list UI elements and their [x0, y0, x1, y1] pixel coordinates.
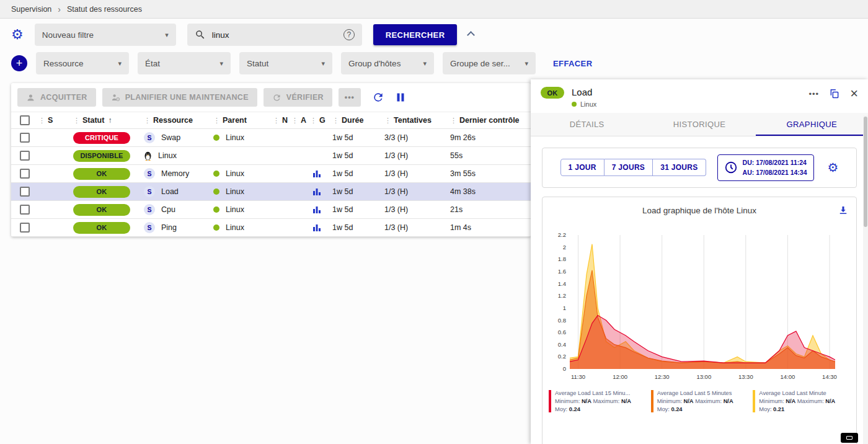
graph-icon[interactable]	[312, 205, 321, 214]
resource-cell[interactable]: S Memory	[144, 168, 213, 179]
col-notes[interactable]: ⋮N	[273, 116, 291, 125]
col-duration[interactable]: ⋮Durée	[332, 116, 384, 125]
service-type-chip: S	[144, 168, 155, 179]
drag-handle-icon[interactable]: ⋮	[310, 117, 317, 125]
period-selector[interactable]: DU: 17/08/2021 11:24 AU: 17/08/2021 14:3…	[717, 154, 814, 181]
resource-cell[interactable]: S Cpu	[144, 204, 213, 215]
drag-handle-icon[interactable]: ⋮	[273, 117, 280, 125]
svg-text:1.6: 1.6	[558, 267, 566, 274]
parent-cell[interactable]: Linux	[213, 223, 273, 232]
tab-historique[interactable]: HISTORIQUE	[643, 113, 755, 136]
more-actions-button[interactable]: •••	[339, 88, 361, 107]
table-row[interactable]: OK S Ping Linux 1w 5d 1/3 (H) 1m 4s	[11, 219, 531, 237]
status-cell: OK	[73, 204, 144, 216]
resource-cell[interactable]: S Ping	[144, 222, 213, 233]
graph-icon[interactable]	[312, 169, 321, 178]
download-icon[interactable]	[838, 205, 849, 218]
parent-cell[interactable]: Linux	[213, 205, 273, 214]
acknowledge-button[interactable]: ACQUITTER	[17, 88, 96, 107]
drag-handle-icon[interactable]: ⋮	[291, 117, 298, 125]
refresh-button[interactable]	[372, 91, 384, 104]
tab-d-tails[interactable]: DÉTAILS	[531, 113, 643, 136]
drag-handle-icon[interactable]: ⋮	[384, 117, 391, 125]
filter-settings-gear-icon[interactable]: ⚙	[11, 28, 24, 42]
col-status[interactable]: ⋮Statut↑	[73, 116, 144, 125]
row-checkbox[interactable]	[20, 223, 30, 233]
col-tries[interactable]: ⋮Tentatives	[384, 116, 450, 125]
col-parent[interactable]: ⋮Parent	[213, 116, 273, 125]
row-checkbox[interactable]	[20, 187, 30, 197]
chart-legend-item[interactable]: Average Load Last Minute Minimum: N/A Ma…	[753, 390, 850, 412]
col-graph-label: G	[319, 116, 326, 125]
table-row[interactable]: DISPONIBLE Linux 1w 5d 1/3 (H) 55s	[11, 147, 531, 165]
sort-ascending-icon[interactable]: ↑	[108, 116, 112, 125]
graph-settings-gear-icon[interactable]: ⚙	[828, 160, 839, 175]
table-row[interactable]: OK S Cpu Linux 1w 5d 1/3 (H) 21s	[11, 201, 531, 219]
panel-content: 1 JOUR7 JOURS31 JOURS DU: 17/08/2021 11:…	[531, 136, 868, 444]
set-downtime-button[interactable]: PLANIFIER UNE MAINTENANCE	[102, 88, 257, 107]
criteria-dropdown-statut[interactable]: Statut ▾	[239, 52, 332, 74]
resource-cell[interactable]: S Swap	[144, 132, 213, 143]
resource-name: Swap	[161, 133, 180, 142]
parent-cell[interactable]: Linux	[213, 169, 273, 178]
check-button[interactable]: VÉRIFIER	[264, 88, 332, 107]
graph-icon[interactable]	[312, 187, 321, 196]
graph-icon[interactable]	[312, 223, 321, 232]
criteria-dropdown-groupe-de-ser[interactable]: Groupe de ser... ▾	[443, 52, 536, 74]
chart-legend-item[interactable]: Average Load Last 15 Minu... Minimum: N/…	[549, 390, 646, 412]
col-last-check[interactable]: ⋮Dernier contrôle	[450, 116, 531, 125]
time-range-button-7-jours[interactable]: 7 JOURS	[604, 159, 653, 176]
parent-cell[interactable]: Linux	[213, 187, 273, 196]
row-checkbox[interactable]	[20, 205, 30, 215]
search-box[interactable]: ?	[187, 24, 362, 46]
col-resource[interactable]: ⋮Ressource	[144, 116, 213, 125]
panel-scrollbar[interactable]	[863, 115, 868, 444]
search-button[interactable]: RECHERCHER	[373, 24, 458, 45]
time-range-button-31-jours[interactable]: 31 JOURS	[653, 159, 706, 176]
row-checkbox[interactable]	[20, 169, 30, 179]
close-icon[interactable]: ×	[850, 87, 858, 100]
drag-handle-icon[interactable]: ⋮	[450, 117, 457, 125]
parent-cell[interactable]: Linux	[213, 133, 273, 142]
resource-cell[interactable]: S Load	[144, 186, 213, 197]
help-icon[interactable]: ?	[343, 29, 355, 40]
saved-filter-select[interactable]: Nouveau filtre ▾	[35, 24, 176, 46]
col-severity[interactable]: ⋮S	[38, 116, 73, 125]
parent-status-dot	[213, 171, 219, 177]
scrollbar-thumb[interactable]	[864, 117, 867, 227]
col-notes-label: N	[282, 116, 288, 125]
load-chart-svg[interactable]: 11:3012:0012:3013:0013:3014:0014:3000.20…	[549, 229, 841, 384]
pause-button[interactable]	[396, 92, 405, 102]
breadcrumb-item-supervision[interactable]: Supervision	[11, 5, 51, 14]
table-row[interactable]: OK S Load Linux 1w 5d 1/3 (H) 4m 38s	[11, 183, 531, 201]
drag-handle-icon[interactable]: ⋮	[144, 117, 151, 125]
copy-link-icon[interactable]	[829, 88, 840, 99]
search-input[interactable]	[212, 30, 337, 40]
drag-handle-icon[interactable]: ⋮	[332, 117, 339, 125]
row-checkbox[interactable]	[20, 151, 30, 161]
col-action[interactable]: ⋮A	[291, 116, 310, 125]
col-graph[interactable]: ⋮G	[310, 116, 332, 125]
criteria-dropdown-ressource[interactable]: Ressource ▾	[36, 52, 129, 74]
collapse-filters-chevron-icon[interactable]	[467, 31, 476, 39]
time-range-button-1-jour[interactable]: 1 JOUR	[560, 159, 604, 176]
panel-more-icon[interactable]: •••	[808, 89, 819, 99]
parent-name: Linux	[226, 133, 244, 142]
drag-handle-icon[interactable]: ⋮	[213, 117, 220, 125]
chart-legend-item[interactable]: Average Load Last 5 Minutes Minimum: N/A…	[651, 390, 748, 412]
breadcrumb-item-resources-status[interactable]: Statut des ressources	[67, 5, 142, 14]
add-criteria-button[interactable]: +	[11, 55, 27, 71]
pip-indicator[interactable]	[841, 433, 858, 443]
tab-graphique[interactable]: GRAPHIQUE	[756, 113, 868, 136]
drag-handle-icon[interactable]: ⋮	[73, 117, 80, 125]
clear-filters-button[interactable]: EFFACER	[553, 59, 592, 68]
select-all-checkbox[interactable]	[20, 115, 30, 125]
criteria-dropdown-tat[interactable]: État ▾	[138, 52, 231, 74]
criteria-dropdown-group-d-h-tes[interactable]: Group d'hôtes ▾	[341, 52, 434, 74]
drag-handle-icon[interactable]: ⋮	[38, 117, 45, 125]
resource-cell[interactable]: Linux	[144, 151, 213, 161]
table-row[interactable]: CRITIQUE S Swap Linux 1w 5d 3/3 (H) 9m 2…	[11, 129, 531, 147]
table-row[interactable]: OK S Memory Linux 1w 5d 1/3 (H) 3m 55s	[11, 165, 531, 183]
row-checkbox[interactable]	[20, 133, 30, 143]
legend-minmax: Minimum: N/A Maximum: N/A	[657, 398, 733, 404]
